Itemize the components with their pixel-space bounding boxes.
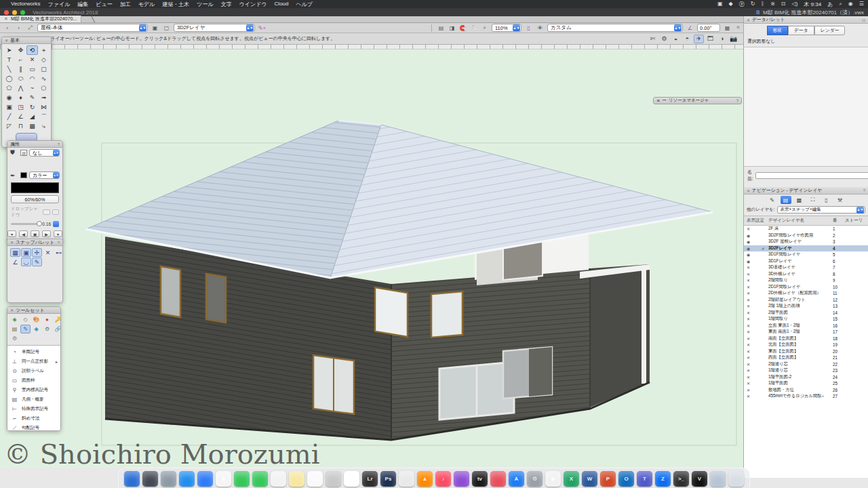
status-icon[interactable]: ↻ bbox=[751, 1, 755, 8]
help-icon[interactable]: ? bbox=[58, 241, 60, 245]
dock-app-icon[interactable] bbox=[490, 471, 506, 487]
layer-visibility-icon[interactable]: ✕ bbox=[747, 298, 762, 302]
tool-button[interactable]: ▩ bbox=[26, 121, 38, 131]
toolset-category-button[interactable]: ⚙ bbox=[42, 325, 52, 333]
dock-app-icon[interactable]: P bbox=[600, 471, 616, 487]
detach-icon[interactable]: ⊡ bbox=[862, 18, 865, 22]
layer-visibility-icon[interactable]: ◉ bbox=[747, 239, 762, 244]
dock-app-icon[interactable]: Ps bbox=[380, 471, 396, 487]
layer-visibility-icon[interactable]: ◉ bbox=[747, 233, 762, 238]
menu-item[interactable]: 建築・土木 bbox=[162, 1, 189, 8]
menu-item[interactable]: ファイル bbox=[48, 1, 71, 8]
attribute-nav-button[interactable]: ▾ bbox=[7, 230, 16, 237]
tool-button[interactable]: ∠ bbox=[15, 112, 26, 121]
attribute-nav-button[interactable]: ▾ bbox=[54, 230, 62, 237]
tool-button[interactable]: ⬠ bbox=[3, 83, 15, 93]
design-layer-row[interactable]: ✕ 1階平面図 25 bbox=[744, 380, 868, 387]
tool-button[interactable]: ⤷ bbox=[38, 121, 50, 131]
toolbar-icon[interactable]: ◨ bbox=[448, 24, 456, 32]
eye-button[interactable]: 👁 bbox=[536, 24, 545, 32]
toolbar-icon[interactable]: ⌕ bbox=[480, 24, 489, 32]
tool-button[interactable]: ▭ bbox=[26, 64, 38, 74]
toolset-tool-item[interactable]: ▭ 図面枠 bbox=[7, 375, 60, 385]
page-button[interactable]: ▯ bbox=[524, 24, 533, 32]
dock-app-icon[interactable] bbox=[271, 471, 286, 487]
design-layer-row[interactable]: ◉ 3D2F間取レイヤ作図用 2 bbox=[744, 232, 868, 239]
menu-item[interactable]: Cloud bbox=[275, 1, 289, 8]
menu-right-icon[interactable]: ⌕ bbox=[839, 1, 842, 8]
design-layer-row[interactable]: ✕ 3D外構レイヤ 8 bbox=[744, 271, 868, 278]
view-bar-icon[interactable]: ◑ bbox=[717, 35, 727, 43]
close-window-button[interactable] bbox=[4, 10, 9, 15]
menu-right-icon[interactable]: ◉ bbox=[848, 1, 853, 8]
help-icon[interactable]: ? bbox=[863, 188, 865, 192]
dock-app-icon[interactable]: ♪ bbox=[435, 471, 451, 487]
view-bar-icon[interactable]: ◓ bbox=[682, 35, 692, 43]
design-layer-row[interactable]: ✕ 2F 床 1 bbox=[744, 226, 868, 232]
layer-lock-icon[interactable]: ▣ bbox=[151, 24, 159, 32]
fill-bucket-icon[interactable]: ⛊ bbox=[10, 149, 18, 157]
menu-item[interactable]: ツール bbox=[197, 1, 213, 8]
status-icon[interactable]: ▣ bbox=[717, 1, 723, 8]
close-icon[interactable]: ✕ bbox=[747, 188, 750, 193]
layer-visibility-icon[interactable]: ✕ bbox=[747, 342, 762, 347]
tool-button[interactable]: ➟ bbox=[38, 93, 50, 102]
minimize-window-button[interactable] bbox=[12, 10, 17, 15]
layer-visibility-icon[interactable]: ✕ bbox=[747, 362, 762, 367]
toolset-tool-item[interactable]: ⊢ 特殊図示記号 bbox=[7, 404, 60, 413]
dock-app-icon[interactable]: Z bbox=[655, 471, 671, 487]
snap-tool-button[interactable]: ∠ bbox=[10, 258, 20, 266]
design-layer-row[interactable]: ◉ 3D1Fレイヤ 6 bbox=[744, 258, 868, 265]
layer-visibility-icon[interactable]: ✕ bbox=[747, 265, 762, 270]
tool-button[interactable]: ⌐ bbox=[15, 55, 26, 64]
tool-button[interactable]: ~ bbox=[26, 83, 38, 93]
design-layer-row[interactable]: ✕ 3D基礎レイヤ 7 bbox=[744, 264, 868, 271]
dropshadow-more-button[interactable]: … bbox=[52, 209, 59, 215]
layer-visibility-icon[interactable]: ✕ bbox=[747, 388, 762, 392]
layer-visibility-icon[interactable]: ✕ bbox=[747, 381, 762, 386]
snap-tool-button[interactable]: ✕ bbox=[43, 248, 53, 257]
design-layer-row[interactable]: ✕ 北面【立面図】 19 bbox=[744, 342, 868, 348]
pen-icon[interactable]: ✒ bbox=[10, 172, 18, 179]
design-layer-row[interactable]: ✕ 敷地図・方位 26 bbox=[744, 387, 868, 394]
navigation-mode-icon[interactable]: ▯ bbox=[821, 196, 832, 204]
design-layer-row[interactable]: ◉ ✓ 3D2Fレイヤ 4 bbox=[744, 245, 868, 252]
navigation-mode-icon[interactable]: ⚒ bbox=[835, 196, 846, 204]
toolset-tool-item[interactable]: ⊥ 同一点正投影 ▸ bbox=[7, 357, 60, 366]
toolbar-icon[interactable]: 🐇 bbox=[469, 24, 478, 32]
fill-style-swatch[interactable]: ▨ bbox=[20, 150, 27, 156]
menu-item[interactable]: モデル bbox=[138, 1, 155, 8]
tool-button[interactable]: ◸ bbox=[3, 121, 15, 131]
design-layer-row[interactable]: ✕ 東面 南面1・2階 17 bbox=[744, 329, 868, 336]
dock-app-icon[interactable] bbox=[728, 471, 744, 487]
tool-button[interactable]: ◠ bbox=[26, 74, 38, 83]
navigation-mode-icon[interactable]: ▩ bbox=[794, 196, 805, 204]
toolset-category-button[interactable]: 🔗 bbox=[53, 325, 61, 333]
snap-tool-button[interactable]: ▣ bbox=[21, 248, 31, 257]
menu-clock[interactable]: 木 9:34 bbox=[804, 1, 821, 8]
view-dropdown[interactable]: カスタム▲▼ bbox=[547, 24, 683, 32]
dock-app-icon[interactable]: W bbox=[582, 471, 597, 487]
navigation-mode-icon[interactable]: ⛶ bbox=[808, 196, 818, 204]
tool-button[interactable]: ⋈ bbox=[38, 102, 50, 112]
dock-app-icon[interactable]: O bbox=[618, 471, 634, 487]
layer-visibility-icon[interactable]: ✕ bbox=[747, 291, 762, 296]
history-button[interactable]: ⤢ bbox=[26, 24, 35, 32]
status-icon[interactable]: Ⓟ bbox=[739, 1, 745, 8]
dock-app-icon[interactable]: X bbox=[564, 471, 579, 487]
view-bar-icon[interactable]: 📷 bbox=[728, 35, 738, 43]
palette-header[interactable]: 属性 ? bbox=[7, 141, 62, 148]
attribute-nav-button[interactable]: ▣ bbox=[31, 230, 39, 237]
data-palette-tab[interactable]: データ bbox=[788, 26, 814, 35]
toolset-category-button[interactable]: ▤ bbox=[9, 325, 20, 333]
tool-button[interactable]: ✕ bbox=[26, 55, 38, 64]
dock-app-icon[interactable]: 17 bbox=[307, 471, 323, 487]
dock-app-icon[interactable]: ▲ bbox=[417, 471, 433, 487]
projection-icon[interactable]: ⌗ bbox=[734, 24, 743, 32]
menu-right-icon[interactable]: ☰ bbox=[859, 1, 864, 8]
pen-color-swatch[interactable] bbox=[20, 172, 27, 178]
fill-style-dropdown[interactable]: なし▲▼ bbox=[29, 149, 60, 157]
tool-button[interactable]: ◇ bbox=[38, 55, 50, 64]
design-layer-row[interactable]: ✕ 2階部屋レイアウト 12 bbox=[744, 297, 868, 304]
toolbar-icon[interactable]: 🧲 bbox=[458, 24, 467, 32]
